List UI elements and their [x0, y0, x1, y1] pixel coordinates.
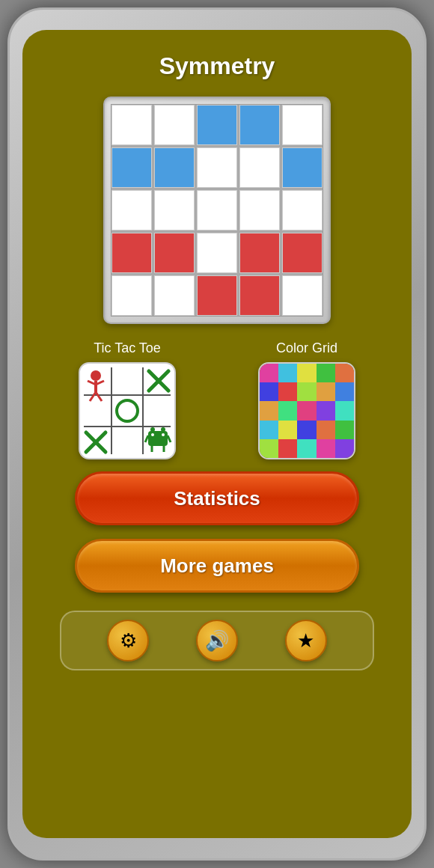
svg-point-4 [91, 370, 101, 381]
color-grid-cell [297, 421, 316, 439]
color-grid-cell [335, 382, 354, 401]
color-grid-cell [335, 421, 354, 439]
star-icon-button[interactable]: ★ [285, 620, 327, 661]
color-grid-cell [335, 439, 354, 458]
grid-cell [282, 233, 323, 273]
color-grid-cell [317, 401, 335, 420]
colorgrid-icon[interactable] [258, 362, 355, 459]
color-grid-cell [317, 439, 335, 458]
app-title: Symmetry [159, 52, 275, 80]
svg-rect-21 [162, 433, 165, 436]
color-grid-cell [317, 421, 335, 439]
grid-cell [282, 190, 323, 230]
grid-cell [197, 105, 237, 145]
color-grid-cell [260, 364, 278, 382]
star-icon: ★ [297, 629, 314, 652]
color-grid-cell [260, 401, 278, 420]
color-grid-cell [260, 439, 278, 458]
grid-cell [197, 275, 237, 316]
svg-point-12 [117, 400, 138, 421]
color-grid-cell [297, 364, 316, 382]
symmetry-grid-container [103, 97, 331, 324]
games-row: Tic Tac Toe [37, 340, 397, 459]
color-grid-cell [297, 439, 316, 458]
grid-cell [154, 233, 195, 273]
more-games-button[interactable]: More games [75, 539, 359, 593]
settings-icon: ⚙ [120, 629, 137, 652]
svg-line-17 [168, 435, 171, 442]
sound-icon-button[interactable]: 🔊 [196, 620, 238, 661]
color-grid-cell [317, 382, 335, 401]
grid-cell [111, 147, 152, 188]
grid-cell [197, 190, 237, 230]
svg-line-8 [90, 392, 96, 401]
grid-cell [239, 275, 280, 316]
color-grid-cell [317, 364, 335, 382]
color-grid-cell [278, 382, 297, 401]
colorgrid-label: Color Grid [276, 340, 337, 356]
bottom-toolbar: ⚙ 🔊 ★ [60, 611, 374, 670]
svg-line-9 [96, 392, 102, 401]
statistics-button[interactable]: Statistics [75, 471, 359, 525]
game-item-colorgrid[interactable]: Color Grid [258, 340, 355, 459]
svg-point-15 [161, 427, 165, 432]
ttt-label: Tic Tac Toe [94, 340, 161, 356]
symmetry-grid [111, 104, 323, 317]
ttt-icon[interactable] [79, 362, 176, 459]
grid-cell [111, 105, 152, 145]
grid-cell [111, 190, 152, 230]
color-grid-cell [260, 382, 278, 401]
svg-line-16 [145, 435, 148, 442]
svg-rect-13 [148, 431, 168, 446]
grid-cell [239, 190, 280, 230]
grid-cell [154, 275, 195, 316]
color-grid-cell [278, 439, 297, 458]
grid-cell [282, 275, 323, 316]
color-grid-cell [278, 364, 297, 382]
color-grid-cell [260, 421, 278, 439]
grid-cell [154, 105, 195, 145]
svg-rect-20 [151, 433, 154, 436]
phone-screen: Symmetry Tic Tac Toe [22, 30, 412, 838]
color-grid-cell [335, 401, 354, 420]
svg-point-14 [150, 427, 155, 432]
color-grid-cell [278, 421, 297, 439]
grid-cell [111, 275, 152, 316]
grid-cell [282, 105, 323, 145]
color-grid-cell [278, 401, 297, 420]
color-grid-cell [335, 364, 354, 382]
settings-icon-button[interactable]: ⚙ [107, 620, 149, 661]
grid-cell [239, 147, 280, 188]
color-grid-cell [297, 382, 316, 401]
color-grid-cell [297, 401, 316, 420]
grid-cell [239, 233, 280, 273]
grid-cell [154, 147, 195, 188]
grid-cell [282, 147, 323, 188]
game-item-ttt[interactable]: Tic Tac Toe [79, 340, 176, 459]
grid-cell [111, 233, 152, 273]
grid-cell [154, 190, 195, 230]
grid-cell [239, 105, 280, 145]
grid-cell [197, 147, 237, 188]
ttt-svg [80, 364, 174, 458]
sound-icon: 🔊 [205, 629, 229, 652]
phone-shell: Symmetry Tic Tac Toe [7, 7, 427, 861]
grid-cell [197, 233, 237, 273]
